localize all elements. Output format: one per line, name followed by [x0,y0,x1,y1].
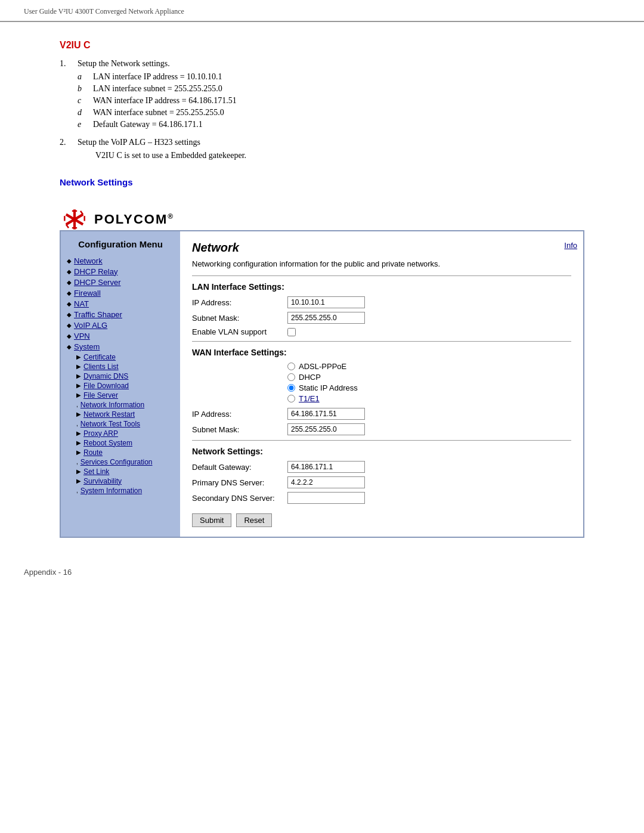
sidebar-item-voip-alg[interactable]: ◆ VoIP ALG [67,321,174,330]
sidebar-sub-link-file-server[interactable]: File Server [83,391,118,400]
divider3 [192,440,571,441]
sub-text-c: WAN interface IP address = 64.186.171.51 [93,96,237,106]
sidebar-sub-proxy-arp[interactable]: ▶ Proxy ARP [76,429,174,438]
sidebar-link-dhcp-server[interactable]: DHCP Server [74,278,121,287]
bullet-icon: ◆ [67,290,72,296]
sidebar-sub-link-file-download[interactable]: File Download [83,382,129,390]
sidebar-sub-services[interactable]: , Services Configuration [76,458,174,466]
header-text: User Guide V²IU 4300T Converged Network … [24,7,184,16]
sidebar-sub-set-link[interactable]: ▶ Set Link [76,467,174,476]
bullet-icon: ◆ [67,279,72,286]
bullet-icon: ◆ [67,322,72,329]
wan-radio-adsl-input[interactable] [287,363,295,370]
sidebar-sub-survivability[interactable]: ▶ Survivability [76,477,174,485]
secondary-dns-input[interactable] [287,492,365,504]
sidebar-sub-certificate[interactable]: ▶ Certificate [76,353,174,361]
sidebar-sub-link-clients-list[interactable]: Clients List [83,363,119,371]
comma-icon: , [76,487,78,494]
wan-ip-input[interactable] [287,408,365,420]
step-2-num: 2. [60,138,72,160]
sidebar-sub-link-proxy-arp[interactable]: Proxy ARP [83,429,118,438]
sidebar-sub-link-services[interactable]: Services Configuration [80,458,153,466]
sidebar-sub-link-network-info[interactable]: Network Information [80,401,144,409]
wan-radio-dhcp-input[interactable] [287,373,295,381]
sidebar-sub-link-network-restart[interactable]: Network Restart [83,410,135,419]
lan-subnet-row: Subnet Mask: [192,312,571,324]
sidebar-item-dhcp-server[interactable]: ◆ DHCP Server [67,278,174,287]
sidebar-sub-clients-list[interactable]: ▶ Clients List [76,363,174,371]
sidebar-sub-file-server[interactable]: ▶ File Server [76,391,174,400]
sidebar-sub-route[interactable]: ▶ Route [76,448,174,457]
step-1-text: Setup the Network settings. [78,59,170,68]
sidebar-sub-link-route[interactable]: Route [83,448,103,457]
panel-description: Networking configuration information for… [192,259,571,268]
sidebar-sub-network-restart[interactable]: ▶ Network Restart [76,410,174,419]
steps-list: 1. Setup the Network settings. a LAN int… [60,59,584,160]
info-link[interactable]: Info [564,241,577,250]
sidebar-sub-system-info[interactable]: , System Information [76,487,174,495]
sub-text-b: LAN interface subnet = 255.255.255.0 [93,84,222,94]
sidebar-title: Configuration Menu [67,239,174,250]
sidebar-sub-link-reboot[interactable]: Reboot System [83,439,132,447]
sidebar-sub-link-survivability[interactable]: Survivability [83,477,122,485]
sidebar-item-firewall[interactable]: ◆ Firewall [67,289,174,298]
sidebar-sub-reboot[interactable]: ▶ Reboot System [76,439,174,447]
sidebar-sub-dynamic-dns[interactable]: ▶ Dynamic DNS [76,372,174,380]
sidebar-sub-link-system-info[interactable]: System Information [80,487,142,495]
sidebar-link-vpn[interactable]: VPN [74,332,90,340]
sidebar-item-vpn[interactable]: ◆ VPN [67,332,174,340]
lan-subnet-input[interactable] [287,312,365,324]
svg-line-9 [66,224,69,228]
wan-radio-t1e1: T1/E1 [287,394,571,403]
sub-list: a LAN interface IP address = 10.10.10.1 … [78,72,237,129]
gateway-input[interactable] [287,461,365,473]
sidebar-sub-link-set-link[interactable]: Set Link [83,467,109,476]
sidebar-sub-link-dynamic-dns[interactable]: Dynamic DNS [83,372,128,380]
sidebar-item-system[interactable]: ◆ System [67,342,174,351]
sub-item-d: d WAN interface subnet = 255.255.255.0 [78,108,237,117]
sidebar-sub-network-info[interactable]: , Network Information [76,401,174,409]
arrow-icon: ▶ [76,411,81,417]
sidebar-sub-file-download[interactable]: ▶ File Download [76,382,174,390]
page-header: User Guide V²IU 4300T Converged Network … [0,0,644,22]
sidebar-item-traffic-shaper[interactable]: ◆ Traffic Shaper [67,310,174,319]
submit-button[interactable]: Submit [192,513,231,527]
svg-line-8 [80,211,83,215]
wan-label-adsl: ADSL-PPPoE [299,362,346,371]
sidebar-item-network[interactable]: ◆ Network [67,256,174,265]
sidebar-sub-link-certificate[interactable]: Certificate [83,353,116,361]
primary-dns-input[interactable] [287,476,365,488]
sidebar-link-voip-alg[interactable]: VoIP ALG [74,321,107,330]
wan-subnet-row: Subnet Mask: [192,423,571,435]
arrow-icon: ▶ [76,354,81,360]
comma-icon: , [76,401,78,408]
config-layout: Configuration Menu ◆ Network ◆ DHCP Rela… [60,230,584,538]
v2iu-heading: V2IU C [60,40,584,51]
arrow-icon: ▶ [76,382,81,389]
sidebar-link-traffic-shaper[interactable]: Traffic Shaper [74,310,122,319]
wan-radio-static-input[interactable] [287,384,295,392]
btn-row: Submit Reset [192,513,571,527]
sidebar-item-nat[interactable]: ◆ NAT [67,299,174,308]
sidebar-link-dhcp-relay[interactable]: DHCP Relay [74,267,117,276]
sidebar-item-dhcp-relay[interactable]: ◆ DHCP Relay [67,267,174,276]
sidebar-link-nat[interactable]: NAT [74,299,89,308]
vlan-checkbox[interactable] [287,328,296,336]
wan-label-t1e1[interactable]: T1/E1 [299,394,320,403]
sidebar-link-firewall[interactable]: Firewall [74,289,101,298]
network-settings-heading: Network Settings [60,177,584,187]
arrow-icon: ▶ [76,439,81,446]
sidebar-link-system[interactable]: System [74,342,100,351]
wan-subnet-input[interactable] [287,423,365,435]
sidebar-link-network[interactable]: Network [74,256,103,265]
lan-ip-input[interactable] [287,296,365,308]
reset-button[interactable]: Reset [236,513,272,527]
sidebar-sub-network-test[interactable]: , Network Test Tools [76,420,174,428]
wan-ip-label: IP Address: [192,410,287,419]
sidebar-sub-link-network-test[interactable]: Network Test Tools [80,420,140,428]
step-1-content: Setup the Network settings. a LAN interf… [78,59,237,132]
step-1-num: 1. [60,59,72,132]
sub-text-d: WAN interface subnet = 255.255.255.0 [93,108,224,117]
wan-radio-t1e1-input[interactable] [287,395,295,402]
arrow-icon: ▶ [76,449,81,456]
